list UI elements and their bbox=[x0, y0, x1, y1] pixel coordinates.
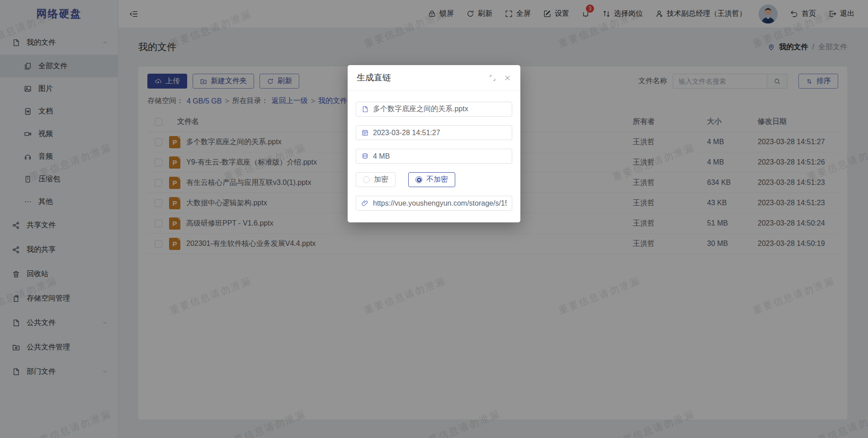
direct-link-field[interactable]: https://vue.youshengyun.com/storage/s/15… bbox=[356, 196, 512, 211]
modified-date-field[interactable]: 2023-03-28 14:51:27 bbox=[356, 125, 512, 140]
modal-title: 生成直链 bbox=[357, 72, 391, 84]
radio-circle-icon bbox=[415, 176, 422, 183]
calendar-icon bbox=[361, 129, 369, 137]
direct-link-value: https://vue.youshengyun.com/storage/s/15… bbox=[373, 199, 507, 207]
encrypt-radio[interactable]: 加密 bbox=[356, 172, 396, 187]
no-encrypt-radio-label: 不加密 bbox=[426, 175, 448, 184]
expand-icon[interactable] bbox=[489, 74, 496, 82]
generate-link-modal: 生成直链 多个数字底座之间的关系.pptx 2023-03-28 14:51:2… bbox=[348, 65, 520, 222]
file-name-field[interactable]: 多个数字底座之间的关系.pptx bbox=[356, 102, 512, 117]
database-icon bbox=[361, 152, 369, 160]
encrypt-radio-label: 加密 bbox=[374, 175, 388, 184]
radio-circle-icon bbox=[363, 176, 370, 183]
close-icon[interactable] bbox=[504, 74, 511, 82]
encrypt-option-group: 加密 不加密 bbox=[356, 172, 512, 187]
modified-date-value: 2023-03-28 14:51:27 bbox=[373, 129, 440, 137]
file-name-value: 多个数字底座之间的关系.pptx bbox=[373, 104, 468, 114]
modal-header: 生成直链 bbox=[348, 65, 520, 91]
file-icon bbox=[361, 105, 369, 113]
no-encrypt-radio[interactable]: 不加密 bbox=[408, 172, 455, 187]
file-size-value: 4 MB bbox=[373, 152, 390, 160]
paperclip-icon bbox=[361, 199, 369, 207]
modal-body: 多个数字底座之间的关系.pptx 2023-03-28 14:51:27 4 M… bbox=[348, 91, 520, 222]
file-size-field[interactable]: 4 MB bbox=[356, 149, 512, 164]
